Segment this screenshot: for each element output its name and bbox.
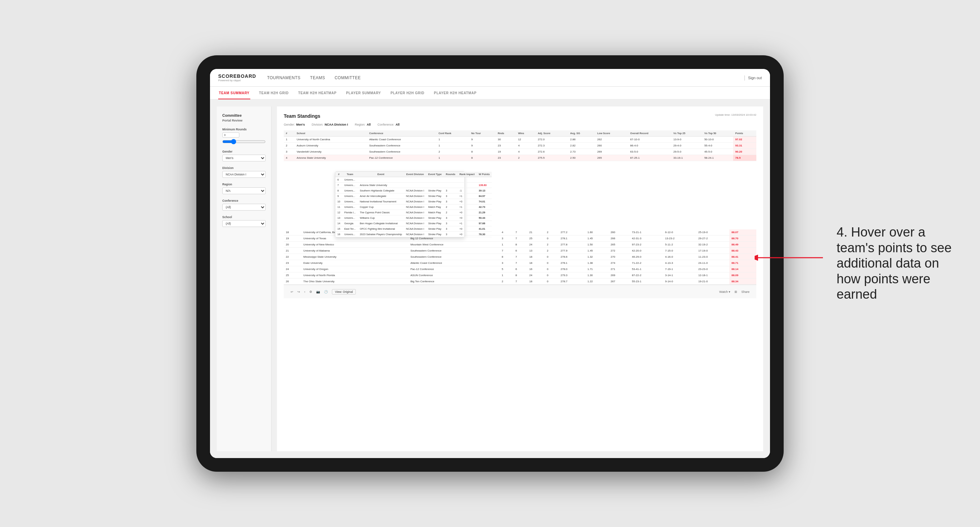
region-select[interactable]: N/A (222, 187, 266, 194)
app-title: SCOREBOARD (218, 73, 256, 79)
toolbar-left: ↩ ↪ ‹ ⚙ 📷 🕐 View: Original (291, 289, 356, 295)
popup-rounds: 3 (444, 232, 458, 237)
popup-rank: 9 (335, 194, 342, 199)
tab-player-summary[interactable]: PLAYER SUMMARY (345, 87, 382, 99)
rnds-2: 23 (496, 143, 516, 149)
popup-row: 14 Georgia Ben Hogan Collegiate Invitati… (335, 221, 492, 226)
school-select[interactable]: (All) (222, 220, 266, 227)
tab-team-h2h-heatmap[interactable]: TEAM H2H HEATMAP (298, 87, 337, 99)
conf-2: Southeastern Conference (367, 143, 436, 149)
tours-4: 8 (469, 155, 496, 161)
table-row: 24 University of Oregon Pac-12 Conferenc… (284, 266, 756, 272)
popup-event: The Cypress Point Classic (358, 210, 404, 215)
min-rounds-input[interactable] (222, 132, 239, 138)
settings-icon[interactable]: ⚙ (309, 290, 312, 294)
avg-sg-4: 2.50 (568, 155, 595, 161)
table-row: 1 University of North Carolina Atlantic … (284, 137, 756, 143)
school-label: School (222, 215, 266, 219)
table-row-highlighted: 4 Arizona State University Pac-12 Confer… (284, 155, 756, 161)
conference-select[interactable]: (All) (222, 204, 266, 211)
popup-impact: +0 (457, 210, 477, 215)
conference-filter-value: All (395, 123, 399, 126)
popup-team: Univers... (342, 232, 358, 237)
popup-division: NCAA Division I (404, 215, 426, 221)
nav-committee[interactable]: COMMITTEE (335, 74, 361, 82)
popup-team: Univers... (342, 188, 358, 194)
red-arrow-icon (755, 252, 823, 263)
popup-rounds (444, 177, 458, 183)
undo-button[interactable]: ↩ (291, 290, 293, 294)
points-2[interactable]: 93.31 (733, 143, 756, 149)
tab-team-h2h-grid[interactable]: TEAM H2H GRID (258, 87, 290, 99)
popup-division (404, 183, 426, 188)
conference-label: Conference (222, 199, 266, 202)
popup-event (358, 177, 404, 183)
left-sidebar: Committee Portal Review Minimum Rounds G… (217, 106, 272, 451)
view-label: View: Original (335, 290, 353, 294)
popup-impact (457, 183, 477, 188)
popup-rank: 11 (335, 205, 342, 210)
popup-team: Florida I... (342, 210, 358, 215)
rnds-3: 19 (496, 149, 516, 155)
popup-col-impact: Rank Impact (457, 172, 477, 177)
popup-event: OFCC Fighting Illini Invitational (358, 226, 404, 232)
popup-points: 30-13 (477, 188, 492, 194)
clock-icon[interactable]: 🕐 (324, 290, 328, 294)
wins-3: 4 (516, 149, 536, 155)
popup-event: Copper Cup (358, 205, 404, 210)
adj-score-4: 275.5 (536, 155, 568, 161)
share-button[interactable]: Share (741, 290, 749, 294)
gender-select[interactable]: Men's (222, 155, 266, 162)
popup-event: Southern Highlands Collegiate (358, 188, 404, 194)
back-button[interactable]: ‹ (304, 290, 305, 294)
popup-team: Univers... (342, 199, 358, 205)
points-1[interactable]: 97.02 (733, 137, 756, 143)
popup-row: 9 Univers... Amer Air Intercollegiate NC… (335, 194, 492, 199)
region-filter-value: All (367, 123, 371, 126)
filter-min-rounds: Minimum Rounds (222, 128, 266, 145)
tab-team-summary[interactable]: TEAM SUMMARY (218, 87, 250, 99)
popup-row: 7 Univers... Arizona State University 13… (335, 183, 492, 188)
sign-out-button[interactable]: Sign out (748, 76, 762, 80)
conf-rank-2: 1 (436, 143, 469, 149)
standings-table-continued: 18 University of California, Berkeley Pa… (284, 229, 756, 285)
col-rnds: Rnds (496, 130, 516, 137)
vs25-3: 29-5-0 (671, 149, 702, 155)
popup-rounds: 2 (444, 210, 458, 215)
min-rounds-slider[interactable] (222, 139, 266, 144)
school-4: Arizona State University (295, 155, 367, 161)
division-select[interactable]: NCAA Division I (222, 171, 266, 178)
col-adj-score: Adj. Score (536, 130, 568, 137)
hover-popup: # Team Event Event Division Event Type R… (335, 171, 465, 238)
popup-division: NCAA Division I (404, 205, 426, 210)
popup-type: Stroke Play (426, 194, 444, 199)
vs50-1: 50-10-0 (702, 137, 733, 143)
popup-type: Stroke Play (426, 188, 444, 194)
nav-tournaments[interactable]: TOURNAMENTS (267, 74, 301, 82)
popup-team: Univers... (342, 183, 358, 188)
table-row: 23 Duke University Atlantic Coast Confer… (284, 260, 756, 266)
tab-player-h2h-grid[interactable]: PLAYER H2H GRID (390, 87, 425, 99)
popup-type (426, 177, 444, 183)
school-2: Auburn University (295, 143, 367, 149)
nav-links: TOURNAMENTS TEAMS COMMITTEE (267, 74, 744, 82)
popup-rank: 8 (335, 188, 342, 194)
points-4[interactable]: 78.5 (733, 155, 756, 161)
overall-4: 87-25-1 (628, 155, 671, 161)
nav-teams[interactable]: TEAMS (310, 74, 325, 82)
portal-wrapper: Committee Portal Review Minimum Rounds G… (210, 100, 770, 458)
points-3[interactable]: 90.20 (733, 149, 756, 155)
popup-col-event: Event (358, 172, 404, 177)
tab-player-h2h-heatmap[interactable]: PLAYER H2H HEATMAP (433, 87, 477, 99)
redo-button[interactable]: ↪ (298, 290, 300, 294)
conference-filter-display: Conference: All (377, 123, 399, 126)
watch-button[interactable]: Watch ▾ (719, 290, 730, 294)
popup-row: 10 Univers... National Invitational Tour… (335, 199, 492, 205)
popup-event: Ben Hogan Collegiate Invitational (358, 221, 404, 226)
camera-icon[interactable]: 📷 (316, 290, 320, 294)
view-selector[interactable]: View: Original (332, 289, 356, 295)
gender-label: Gender (222, 150, 266, 153)
wins-4: 2 (516, 155, 536, 161)
table-row: 21 University of Alabama Southeastern Co… (284, 248, 756, 254)
grid-icon[interactable]: ⊞ (735, 290, 737, 294)
